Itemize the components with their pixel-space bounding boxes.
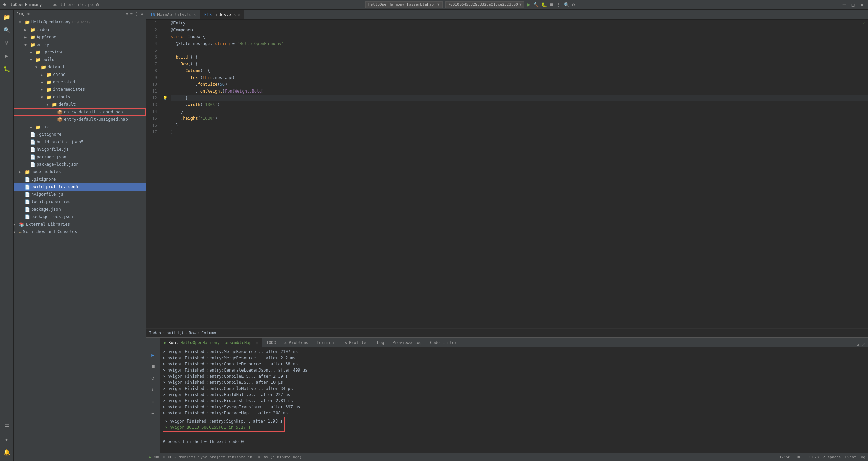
bottom-tab-terminal[interactable]: Terminal (313, 338, 340, 347)
status-line-col[interactable]: 12:58 (779, 455, 790, 459)
run-rerun-icon[interactable]: ↺ (148, 373, 158, 383)
run-play-icon[interactable]: ▶ (148, 350, 158, 360)
tree-item-root-gitignore[interactable]: ▶ 📄 .gitignore (14, 176, 146, 183)
status-spaces[interactable]: 2 spaces (823, 455, 841, 459)
hvigorfile-root-icon: 📄 (24, 192, 30, 197)
tree-item-build-profile-root[interactable]: ▶ 📄 build-profile.json5 (14, 183, 146, 191)
tab-mainability-close[interactable]: ✕ (194, 13, 196, 16)
root-label: HelloOpenHarmony (31, 20, 71, 24)
tree-item-pkglock-entry[interactable]: ▶ 📄 package-lock.json (14, 161, 146, 168)
minimize-button[interactable]: ─ (841, 2, 848, 7)
tree-item-gitignore-entry[interactable]: ▶ 📄 .gitignore (14, 131, 146, 138)
lightbulb-icon[interactable]: 💡 (163, 96, 168, 100)
tree-item-package-root[interactable]: ▶ 📄 package.json (14, 205, 146, 213)
tree-item-package-entry[interactable]: ▶ 📄 package.json (14, 153, 146, 161)
tree-item-pkglock-root[interactable]: ▶ 📄 package-lock.json (14, 213, 146, 220)
search-button[interactable]: 🔍 (564, 2, 569, 7)
code-area[interactable]: @Entry @Component struct Index { @State … (169, 20, 868, 328)
tree-item-intermediates[interactable]: ▶ 📁 intermediates (14, 86, 146, 93)
tree-item-build-profile-entry[interactable]: ▶ 📄 build-profile.json5 (14, 138, 146, 146)
bottom-tab-problems[interactable]: ⚠ Problems (280, 338, 313, 347)
status-todo-btn[interactable]: TODO (162, 455, 171, 459)
status-line-sep[interactable]: CRLF (795, 455, 804, 459)
bottom-tab-bar: ▶ Run: HelloOpenHarmony [assembleHap] ✕ … (146, 338, 868, 347)
bottom-tab-log[interactable]: Log (373, 338, 388, 347)
bottom-tab-run[interactable]: ▶ Run: HelloOpenHarmony [assembleHap] ✕ (160, 338, 262, 347)
debug-side-icon[interactable]: 🐛 (1, 63, 13, 75)
package-entry-label: package.json (37, 154, 66, 159)
node-modules-icon: 📁 (24, 169, 30, 175)
tree-item-generated[interactable]: ▶ 📁 generated (14, 78, 146, 86)
tree-item-local-properties[interactable]: ▶ 📄 local.properties (14, 198, 146, 205)
gitignore-entry-label: .gitignore (37, 132, 61, 137)
intermediates-icon: 📁 (46, 87, 52, 92)
device-selector[interactable]: 700100545832933328a013ce2323800 ▼ (445, 1, 525, 8)
run-filter-icon[interactable]: ⊟ (148, 396, 158, 406)
tree-item-entry[interactable]: ▼ 📁 entry (14, 41, 146, 48)
run-config-selector[interactable]: HelloOpenHarmony [assembleHap] ▼ (365, 1, 443, 8)
run-side-icon[interactable]: ▶ (1, 50, 13, 62)
breadcrumb-bar: Index › build() › Row › Column (146, 328, 868, 337)
notifications-icon[interactable]: 🔔 (1, 446, 13, 458)
favorites-icon[interactable]: ★ (1, 433, 13, 445)
status-problems-btn[interactable]: ⚠ Problems (174, 455, 196, 459)
tree-item-cache[interactable]: ▶ 📁 cache (14, 71, 146, 78)
tree-item-outputs[interactable]: ▼ 📁 outputs (14, 93, 146, 101)
run-stop-icon[interactable]: ⏹ (148, 362, 158, 371)
settings-button[interactable]: ⚙ (572, 2, 575, 7)
pkglock-entry-icon: 📄 (30, 162, 35, 167)
tree-item-src[interactable]: ▶ 📁 src (14, 123, 146, 131)
close-button[interactable]: ✕ (858, 2, 865, 7)
panel-icon-settings[interactable]: ⚙ (126, 12, 128, 16)
run-tab-close[interactable]: ✕ (256, 341, 258, 344)
build-profile-root-icon: 📄 (24, 184, 30, 190)
panel-icon-more[interactable]: ⋮ (135, 12, 139, 16)
run-scroll-icon[interactable]: ⬇ (148, 385, 158, 394)
bottom-tab-previewerlog[interactable]: PreviewerLog (388, 338, 426, 347)
toolbar-more[interactable]: ⋮ (556, 2, 561, 7)
tree-item-build[interactable]: ▼ 📁 build (14, 56, 146, 63)
vcs-icon[interactable]: ⑂ (1, 37, 13, 49)
tree-item-external-libs[interactable]: ▶ 📚 External Libraries (14, 220, 146, 228)
run-wrap-icon[interactable]: ↵ (148, 408, 158, 417)
tree-item-signed-hap[interactable]: ▶ 📦 entry-default-signed.hap (14, 108, 146, 116)
tree-item-root[interactable]: ▼ 📁 HelloOpenHarmony C:\Users\... (14, 18, 146, 26)
bottom-tab-profiler[interactable]: ✕ Profiler (340, 338, 373, 347)
status-encoding[interactable]: UTF-8 (807, 455, 819, 459)
tree-item-idea[interactable]: ▶ 📁 .idea (14, 26, 146, 33)
debug-button[interactable]: 🐛 (541, 2, 547, 7)
tree-item-hvigorfile-entry[interactable]: ▶ 📄 hvigorfile.js (14, 146, 146, 153)
build-button[interactable]: 🔨 (533, 2, 539, 7)
run-tab-config: HelloOpenHarmony [assembleHap] (180, 340, 254, 345)
stop-button[interactable]: ⏹ (549, 2, 554, 7)
status-event-log[interactable]: Event Log (845, 455, 865, 459)
tree-item-preview[interactable]: ▶ 📁 .preview (14, 48, 146, 56)
tree-item-scratches[interactable]: ▶ ✏ Scratches and Consoles (14, 228, 146, 235)
code-line-5 (171, 47, 868, 54)
tab-index[interactable]: ETS index.ets ✕ (200, 10, 245, 19)
tree-item-unsigned-hap[interactable]: ▶ 📦 entry-default-unsigned.hap (14, 116, 146, 123)
tree-item-outputs-default[interactable]: ▼ 📁 default (14, 101, 146, 108)
project-icon[interactable]: 📁 (1, 11, 13, 23)
bottom-expand-icon[interactable]: ⤢ (862, 342, 865, 347)
status-run-btn[interactable]: ▶ Run (149, 455, 160, 459)
tree-item-appscope[interactable]: ▶ 📁 AppScope (14, 33, 146, 41)
structure-icon[interactable]: ☰ (1, 420, 13, 432)
bottom-tab-todo[interactable]: TODO (262, 338, 280, 347)
maximize-button[interactable]: □ (850, 2, 856, 7)
bottom-settings-icon[interactable]: ⚙ (857, 342, 859, 347)
tree-item-hvigorfile-root[interactable]: ▶ 📄 hvigorfile.js (14, 191, 146, 198)
root-folder-icon: 📁 (24, 20, 30, 25)
bottom-tab-codelinter[interactable]: Code Linter (426, 338, 461, 347)
panel-title: Project (16, 12, 123, 16)
panel-icon-collapse[interactable]: ≡ (130, 12, 133, 16)
tab-index-close[interactable]: ✕ (238, 13, 240, 17)
generated-label: generated (53, 80, 75, 84)
run-button[interactable]: ▶ (527, 1, 531, 8)
root-gitignore-icon: 📄 (24, 177, 30, 182)
tab-mainability[interactable]: TS MainAbility.ts ✕ (146, 10, 200, 19)
panel-icon-close[interactable]: ✕ (141, 12, 143, 16)
tree-item-node-modules[interactable]: ▶ 📁 node_modules (14, 168, 146, 176)
tree-item-build-default[interactable]: ▼ 📁 default (14, 63, 146, 71)
find-icon[interactable]: 🔍 (1, 24, 13, 36)
